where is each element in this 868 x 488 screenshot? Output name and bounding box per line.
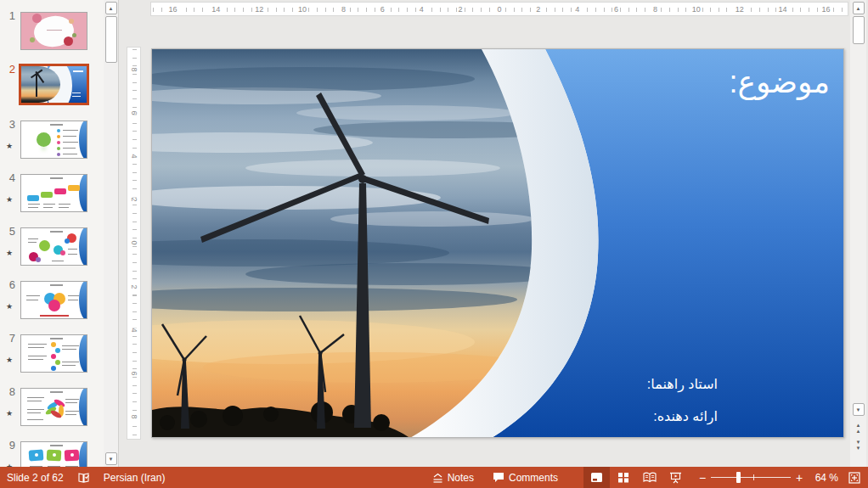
thumbnail-art [64, 36, 73, 46]
thumbnail-art [27, 401, 42, 401]
thumbnail-art [79, 281, 87, 319]
slide-7-thumbnail[interactable] [20, 334, 87, 373]
slide-5-thumbnail[interactable] [20, 227, 87, 266]
slide-9-thumbnail[interactable] [20, 441, 87, 467]
thumbnail-art [63, 142, 78, 143]
notes-toggle[interactable]: Notes [427, 467, 479, 488]
thumbnail-art [48, 300, 60, 311]
animation-star-icon: ★ [6, 302, 13, 311]
scroll-up-button[interactable]: ▲ [853, 2, 865, 14]
zoom-level[interactable]: 64 % [808, 472, 838, 484]
spell-check-icon[interactable] [77, 472, 90, 484]
slide-canvas[interactable]: موضوع: استاد راهنما: ارائه دهنده: [151, 48, 844, 438]
slide-title-text[interactable]: موضوع: [729, 65, 830, 100]
thumbnail-art [69, 19, 74, 24]
slide-8-thumbnail[interactable] [20, 388, 87, 426]
thumbnail-art [50, 284, 63, 286]
animation-star-icon: ★ [6, 356, 13, 364]
ruler-number: 12 [253, 5, 265, 14]
slide-sorter-view-button[interactable] [610, 467, 636, 488]
thumbnail-art [63, 148, 76, 149]
language-indicator[interactable]: Persian (Iran) [104, 472, 166, 484]
notes-icon [432, 473, 443, 483]
thumbnail-art [57, 135, 60, 138]
animation-star-icon: ★ [6, 142, 13, 150]
slide-3-thumbnail[interactable] [20, 121, 87, 159]
animation-star-icon: ★ [6, 249, 13, 257]
thumbnail-art [79, 334, 87, 373]
previous-slide-button[interactable]: ▲▲ [853, 423, 865, 435]
thumbnail-art [65, 399, 79, 400]
thumbnail-art [50, 338, 63, 339]
thumbnail-art [63, 136, 76, 137]
slide-6-thumbnail[interactable] [20, 281, 87, 319]
slide-number-column: 4 ★ [0, 172, 19, 212]
thumbnail-art [65, 411, 79, 412]
thumbnail-art [79, 174, 87, 212]
thumbnail-art [50, 391, 63, 393]
main-vertical-scrollbar[interactable]: ▲ ▼ ▲▲ ▼▼ [850, 0, 866, 467]
fit-to-window-icon [848, 472, 860, 484]
down-arrow-icon: ▼ [856, 407, 861, 412]
thumbnail-art [79, 121, 87, 159]
thumbnail-art [65, 402, 77, 403]
vertical-ruler[interactable]: 864202468 [127, 47, 141, 440]
up-arrow-icon: ▲ [856, 6, 861, 11]
double-down-arrow-icon: ▼ [856, 446, 861, 451]
supervisor-label[interactable]: استاد راهنما: [647, 374, 718, 407]
thumbnail-art [57, 141, 60, 144]
thumbnail-row-1: 1 [0, 10, 104, 50]
next-slide-button[interactable]: ▼▼ [853, 440, 865, 452]
ruler-number: 4 [127, 328, 139, 332]
slide-4-thumbnail[interactable] [20, 174, 87, 212]
reading-view-button[interactable] [636, 467, 662, 488]
thumbnail-art [43, 207, 53, 208]
slide-number-column: 9 ★ [0, 440, 19, 467]
scroll-down-button[interactable]: ▼ [853, 403, 865, 416]
thumbnail-art [79, 227, 87, 266]
slide-subtitle-block[interactable]: استاد راهنما: ارائه دهنده: [647, 374, 718, 438]
slide-1-thumbnail[interactable] [20, 12, 87, 50]
thumbnail-art [62, 365, 76, 366]
thumbnail-row-4: 4 ★ [0, 172, 104, 212]
thumbnail-row-5: 5 ★ [0, 226, 104, 266]
zoom-slider-track [711, 477, 791, 478]
scroll-down-button[interactable]: ▼ [105, 452, 117, 465]
zoom-out-button[interactable]: − [697, 471, 707, 485]
ruler-number: 2 [457, 5, 465, 14]
thumbnail-panel-scrollbar[interactable]: ▲ ▼ [104, 0, 118, 467]
thumbnail-row-9: 9 ★ [0, 440, 104, 467]
slide-number: 9 [9, 440, 15, 452]
slide-edit-area: 1614121086420246810121416 864202468 [118, 0, 868, 467]
thumbnail-art [27, 419, 43, 420]
thumbnail-art [50, 124, 63, 126]
thumbnail-art [51, 342, 56, 347]
thumbnail-art [36, 257, 41, 262]
thumbnail-art [50, 231, 63, 233]
thumbnail-art [41, 192, 53, 198]
scrollbar-thumb[interactable] [853, 16, 865, 44]
slide-number-column: 3 ★ [0, 119, 19, 159]
thumbnail-art [28, 242, 37, 243]
slide-indicator[interactable]: Slide 2 of 62 [7, 472, 64, 484]
powerpoint-window: 1 2 [0, 0, 868, 488]
thumbnail-art [72, 33, 76, 37]
horizontal-ruler[interactable]: 1614121086420246810121416 [150, 2, 848, 16]
thumbnail-art [72, 93, 81, 94]
slide-2-thumbnail[interactable] [19, 64, 89, 105]
comments-toggle[interactable]: Comments [488, 467, 563, 488]
thumbnail-art [27, 409, 44, 410]
fit-slide-to-window-button[interactable] [843, 467, 865, 488]
zoom-slider[interactable] [711, 467, 791, 488]
normal-view-button[interactable] [583, 467, 610, 488]
slide-number-column: 7 ★ [0, 333, 19, 373]
scrollbar-thumb[interactable] [105, 16, 117, 63]
thumbnail-art [59, 204, 70, 205]
presenter-label[interactable]: ارائه دهنده: [647, 407, 718, 438]
zoom-in-button[interactable]: + [794, 471, 804, 485]
ruler-number: 4 [418, 5, 426, 14]
thumbnail-art [65, 238, 70, 244]
slide-show-button[interactable] [662, 467, 689, 488]
scroll-up-button[interactable]: ▲ [105, 2, 117, 14]
zoom-slider-knob[interactable] [736, 472, 741, 483]
